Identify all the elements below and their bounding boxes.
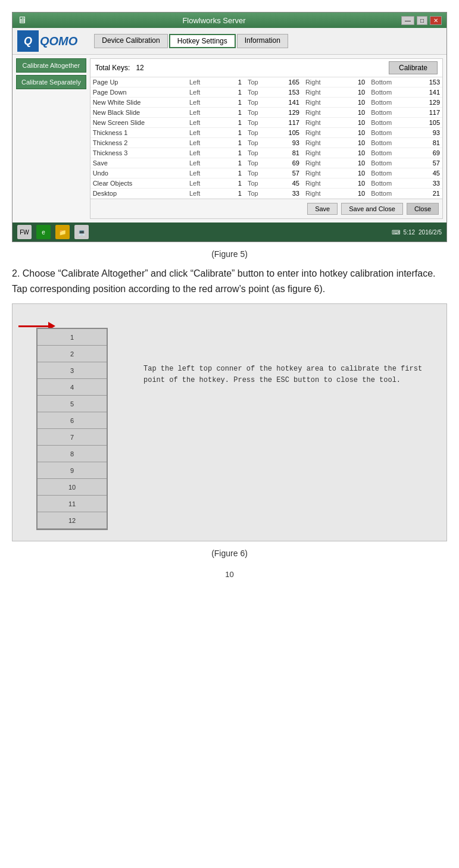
bottom-value: 153 <box>413 77 442 87</box>
logo-icon: Q <box>17 30 39 52</box>
hotkey-row-3: 3 <box>38 362 107 379</box>
key-name: Desktop <box>90 189 186 199</box>
left-value: 1 <box>214 168 244 178</box>
tab-hotkey-settings[interactable]: Hotkey Settings <box>169 34 236 48</box>
calibrate-separately-button[interactable]: Calibrate Separately <box>16 75 86 89</box>
right-label: Right <box>302 158 338 168</box>
qomo-logo: Q QOMO <box>17 30 77 52</box>
save-and-close-button[interactable]: Save and Close <box>341 203 403 215</box>
top-value: 141 <box>272 98 302 108</box>
total-keys-label: Total Keys: 12 <box>95 64 144 72</box>
table-row: Save Left 1 Top 69 Right 10 Bottom 57 <box>90 158 442 168</box>
top-label: Top <box>244 98 272 108</box>
key-name: Page Up <box>90 77 186 87</box>
top-label: Top <box>244 108 272 118</box>
left-label: Left <box>186 138 214 148</box>
bottom-value: 93 <box>413 128 442 138</box>
right-label: Right <box>302 128 338 138</box>
minimize-button[interactable]: — <box>401 16 414 25</box>
top-value: 117 <box>272 118 302 128</box>
top-label: Top <box>244 158 272 168</box>
logo-text: QOMO <box>40 35 77 48</box>
left-value: 1 <box>214 98 244 108</box>
hotkey-area: 123456789101112 <box>36 328 108 530</box>
top-value: 45 <box>272 178 302 189</box>
bottom-label: Bottom <box>367 138 412 148</box>
hotkey-row-7: 7 <box>38 429 107 446</box>
key-name: New Black Slide <box>90 108 186 118</box>
right-label: Right <box>302 168 338 178</box>
top-value: 129 <box>272 108 302 118</box>
app-window-figure5: 🖥 Flowlworks Server — □ ✕ Q QOMO Device … <box>12 12 447 242</box>
bottom-label: Bottom <box>367 128 412 138</box>
right-label: Right <box>302 189 338 199</box>
left-value: 1 <box>214 138 244 148</box>
hotkey-row-8: 8 <box>38 446 107 462</box>
app-header: Q QOMO Device Calibration Hotkey Setting… <box>13 28 446 55</box>
panel-footer: Save Save and Close Close <box>90 199 442 218</box>
top-label: Top <box>244 148 272 158</box>
top-value: 69 <box>272 158 302 168</box>
left-value: 1 <box>214 158 244 168</box>
key-name: New Screen Slide <box>90 118 186 128</box>
right-value: 10 <box>338 178 367 189</box>
key-name: Thickness 1 <box>90 128 186 138</box>
titlebar-title: Flowlworks Server <box>27 16 401 25</box>
top-value: 153 <box>272 87 302 98</box>
maximize-button[interactable]: □ <box>417 16 427 25</box>
left-label: Left <box>186 178 214 189</box>
date-display: 2016/2/5 <box>419 229 442 236</box>
page-number: 10 <box>12 570 447 579</box>
tab-device-calibration[interactable]: Device Calibration <box>94 34 167 48</box>
top-label: Top <box>244 138 272 148</box>
bottom-value: 141 <box>413 87 442 98</box>
top-value: 165 <box>272 77 302 87</box>
left-label: Left <box>186 108 214 118</box>
right-label: Right <box>302 87 338 98</box>
bottom-value: 105 <box>413 118 442 128</box>
left-label: Left <box>186 87 214 98</box>
left-value: 1 <box>214 128 244 138</box>
hotkey-row-2: 2 <box>38 346 107 362</box>
right-label: Right <box>302 148 338 158</box>
folder-icon: 📁 <box>55 225 70 239</box>
key-name: Clear Objects <box>90 178 186 189</box>
bottom-value: 21 <box>413 189 442 199</box>
top-label: Top <box>244 128 272 138</box>
hotkey-row-1: 1 <box>38 329 107 346</box>
titlebar-icon: 🖥 <box>17 15 27 26</box>
top-label: Top <box>244 118 272 128</box>
bottom-label: Bottom <box>367 118 412 128</box>
table-row: Thickness 2 Left 1 Top 93 Right 10 Botto… <box>90 138 442 148</box>
bottom-label: Bottom <box>367 87 412 98</box>
right-value: 10 <box>338 168 367 178</box>
right-value: 10 <box>338 138 367 148</box>
left-value: 1 <box>214 87 244 98</box>
body-text: 2. Choose “Calibrate Altogether” and cli… <box>12 266 447 296</box>
top-label: Top <box>244 168 272 178</box>
right-label: Right <box>302 138 338 148</box>
close-button[interactable]: ✕ <box>430 16 442 25</box>
left-value: 1 <box>214 178 244 189</box>
hotkey-row-9: 9 <box>38 462 107 479</box>
close-button[interactable]: Close <box>407 203 439 215</box>
calibrate-button[interactable]: Calibrate <box>389 61 438 74</box>
nav-tabs: Device Calibration Hotkey Settings Infor… <box>94 34 288 48</box>
main-panel: Total Keys: 12 Calibrate Page Up Left 1 … <box>90 58 443 219</box>
save-button[interactable]: Save <box>307 203 338 215</box>
left-value: 1 <box>214 77 244 87</box>
key-name: Save <box>90 158 186 168</box>
top-label: Top <box>244 178 272 189</box>
right-value: 10 <box>338 158 367 168</box>
taskbar-right: ⌨ 5:12 2016/2/5 <box>392 229 442 236</box>
hotkey-row-12: 12 <box>38 512 107 529</box>
top-value: 93 <box>272 138 302 148</box>
calibrate-altogether-button[interactable]: Calibrate Altogether <box>16 58 86 73</box>
top-label: Top <box>244 87 272 98</box>
bottom-value: 129 <box>413 98 442 108</box>
top-label: Top <box>244 77 272 87</box>
top-value: 33 <box>272 189 302 199</box>
tab-information[interactable]: Information <box>237 34 288 48</box>
hotkey-row-11: 11 <box>38 496 107 512</box>
time-display: 5:12 <box>404 229 415 236</box>
